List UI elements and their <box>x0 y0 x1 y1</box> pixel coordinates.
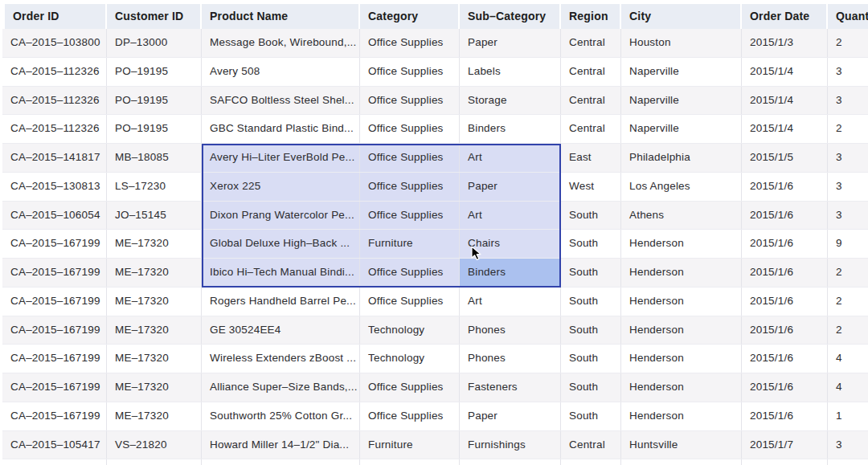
cell[interactable]: VS–21820 <box>107 431 202 459</box>
cell[interactable]: Global Deluxe High–Back ... <box>202 230 360 258</box>
cell[interactable]: CA–2015–167199 <box>2 373 107 402</box>
cell[interactable]: Henderson <box>621 402 742 430</box>
cell[interactable]: MB–18085 <box>107 144 202 172</box>
cell[interactable]: ME–17320 <box>107 345 202 373</box>
cell[interactable] <box>107 459 202 465</box>
cell[interactable] <box>360 459 460 465</box>
column-header-order-id[interactable]: Order ID <box>5 4 105 29</box>
cell[interactable]: South <box>561 259 621 287</box>
cell[interactable]: 4 <box>828 345 868 373</box>
cell[interactable]: Howard Miller 14–1/2" Dia... <box>202 431 360 459</box>
cell[interactable]: South <box>561 288 621 316</box>
cell[interactable]: 2015/1/6 <box>742 402 828 430</box>
cell[interactable]: 1 <box>828 402 868 430</box>
cell[interactable]: South <box>561 402 621 430</box>
cell[interactable]: CA–2015–167199 <box>2 402 107 430</box>
cell[interactable]: 2 <box>828 259 868 287</box>
cell[interactable]: Office Supplies <box>360 288 460 316</box>
cell[interactable]: CA–2015–167199 <box>2 345 107 373</box>
cell[interactable]: Central <box>561 58 621 86</box>
cell[interactable] <box>621 459 742 465</box>
cell[interactable]: CA–2015–103800 <box>2 29 107 57</box>
cell[interactable]: Office Supplies <box>360 115 460 143</box>
cell[interactable]: Xerox 225 <box>202 173 360 201</box>
cell[interactable]: Chairs <box>460 230 561 258</box>
cell[interactable]: Naperville <box>621 58 742 86</box>
cell[interactable] <box>460 459 561 465</box>
cell[interactable]: 2015/1/6 <box>742 202 828 230</box>
cell[interactable]: South <box>561 202 621 230</box>
cell[interactable]: CA–2015–112326 <box>2 58 107 86</box>
cell[interactable]: 2015/1/4 <box>742 87 828 115</box>
cell[interactable]: Wireless Extenders zBoost ... <box>202 345 360 373</box>
cell[interactable]: Naperville <box>621 115 742 143</box>
cell[interactable]: Henderson <box>621 230 742 258</box>
cell[interactable]: Office Supplies <box>360 144 460 172</box>
cell[interactable]: GE 30524EE4 <box>202 316 360 345</box>
cell[interactable] <box>742 459 828 465</box>
cell[interactable]: Central <box>561 431 621 459</box>
cell[interactable]: Avery Hi–Liter EverBold Pe... <box>202 144 360 172</box>
cell[interactable]: 3 <box>828 431 868 459</box>
cell[interactable]: Office Supplies <box>360 373 460 402</box>
cell[interactable]: Central <box>561 87 621 115</box>
cell[interactable]: Paper <box>460 29 561 57</box>
cell[interactable]: ME–17320 <box>107 288 202 316</box>
cell[interactable]: Office Supplies <box>360 58 460 86</box>
cell[interactable]: Alliance Super–Size Bands,... <box>202 373 360 402</box>
cell[interactable]: Office Supplies <box>360 29 460 57</box>
cell[interactable]: 2 <box>828 29 868 57</box>
cell[interactable]: East <box>561 144 621 172</box>
cell[interactable]: LS–17230 <box>107 173 202 201</box>
cell[interactable]: 3 <box>828 202 868 230</box>
cell[interactable]: 2015/1/6 <box>742 288 828 316</box>
cell[interactable]: Central <box>561 115 621 143</box>
cell[interactable]: Dixon Prang Watercolor Pe... <box>202 202 360 230</box>
column-header-city[interactable]: City <box>621 4 740 29</box>
cell[interactable]: Naperville <box>621 87 742 115</box>
cell[interactable]: Furniture <box>360 431 460 459</box>
cell[interactable]: 2 <box>828 316 868 345</box>
cell[interactable]: CA–2015–112326 <box>2 115 107 143</box>
cell[interactable]: Paper <box>460 173 561 201</box>
cell[interactable]: PO–19195 <box>107 58 202 86</box>
cell[interactable]: Central <box>561 29 621 57</box>
cell[interactable]: 2015/1/4 <box>742 58 828 86</box>
cell[interactable]: DP–13000 <box>107 29 202 57</box>
column-header-quantity[interactable]: Quantity <box>828 4 868 29</box>
cell[interactable]: 3 <box>828 58 868 86</box>
cell[interactable]: Office Supplies <box>360 259 460 287</box>
cell[interactable]: 2 <box>828 288 868 316</box>
cell[interactable]: CA–2015–141817 <box>2 144 107 172</box>
cell[interactable]: Labels <box>460 58 561 86</box>
cell[interactable]: 2015/1/5 <box>742 144 828 172</box>
cell[interactable]: Message Book, Wirebound,... <box>202 29 360 57</box>
cell[interactable]: Office Supplies <box>360 87 460 115</box>
cell[interactable]: Philadelphia <box>621 144 742 172</box>
cell[interactable]: CA–2015–167199 <box>2 288 107 316</box>
cell[interactable]: Furnishings <box>460 431 561 459</box>
cell[interactable]: Binders <box>460 259 561 287</box>
cell[interactable]: 2015/1/3 <box>742 29 828 57</box>
cell[interactable]: Office Supplies <box>360 202 460 230</box>
cell[interactable]: Henderson <box>621 345 742 373</box>
column-header-customer-id[interactable]: Customer ID <box>107 4 200 29</box>
cell[interactable]: 2015/1/7 <box>742 431 828 459</box>
cell[interactable]: CA–2015–112326 <box>2 87 107 115</box>
cell[interactable]: PO–19195 <box>107 115 202 143</box>
cell[interactable]: 2015/1/6 <box>742 173 828 201</box>
cell[interactable]: CA–2015–105417 <box>2 431 107 459</box>
cell[interactable]: Athens <box>621 202 742 230</box>
cell[interactable]: CA–2015–167199 <box>2 259 107 287</box>
cell[interactable]: Office Supplies <box>360 402 460 430</box>
cell[interactable]: 2015/1/6 <box>742 373 828 402</box>
cell[interactable]: CA–2015–167199 <box>2 316 107 345</box>
cell[interactable]: 2 <box>828 115 868 143</box>
cell[interactable]: Furniture <box>360 230 460 258</box>
cell[interactable]: 9 <box>828 230 868 258</box>
cell[interactable]: 2015/1/4 <box>742 115 828 143</box>
cell[interactable]: West <box>561 173 621 201</box>
cell[interactable]: ME–17320 <box>107 316 202 345</box>
cell[interactable]: Technology <box>360 316 460 345</box>
cell[interactable]: Binders <box>460 115 561 143</box>
